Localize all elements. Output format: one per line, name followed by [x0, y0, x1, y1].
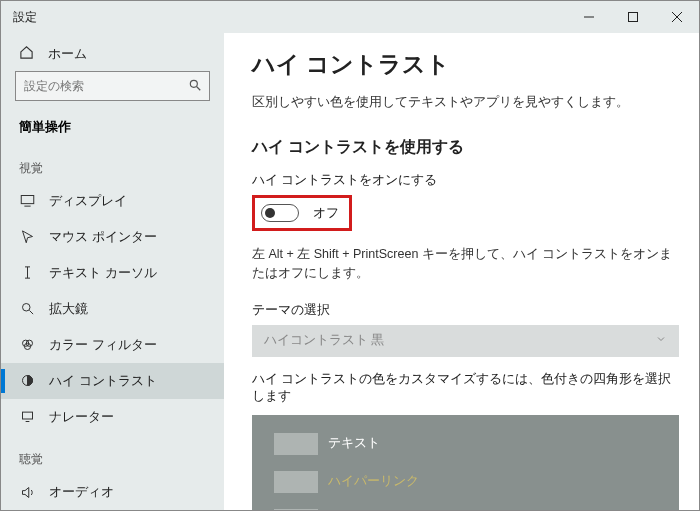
nav-mouse-pointer-label: マウス ポインター [49, 228, 157, 246]
nav-text-cursor-label: テキスト カーソル [49, 264, 157, 282]
preview-disabled-row[interactable]: 淡色表示のテキスト [274, 503, 657, 511]
use-heading: ハイ コントラストを使用する [252, 137, 679, 158]
close-button[interactable] [655, 1, 699, 33]
nav-narrator-label: ナレーター [49, 408, 114, 426]
svg-line-10 [29, 311, 33, 315]
nav-color-filters[interactable]: カラー フィルター [1, 327, 224, 363]
home-link[interactable]: ホーム [1, 37, 224, 71]
text-cursor-icon [19, 265, 35, 280]
group-hearing: 聴覚 [1, 435, 224, 474]
preview-text-row[interactable]: テキスト [274, 427, 657, 461]
toggle-state-text: オフ [313, 204, 339, 222]
display-icon [19, 193, 35, 208]
preview-hyperlink-row[interactable]: ハイパーリンク [274, 465, 657, 499]
nav-high-contrast-label: ハイ コントラスト [49, 372, 157, 390]
category-label: 簡単操作 [19, 118, 71, 136]
svg-point-9 [22, 304, 30, 312]
maximize-button[interactable] [611, 1, 655, 33]
hyperlink-swatch[interactable] [274, 471, 318, 493]
preview-text-label: テキスト [328, 435, 380, 452]
theme-select-label: テーマの選択 [252, 301, 679, 319]
nav-audio[interactable]: オーディオ [1, 474, 224, 510]
customize-hint: ハイ コントラストの色をカスタマイズするには、色付きの四角形を選択します [252, 371, 679, 405]
chevron-down-icon [655, 333, 667, 348]
sidebar: ホーム 簡単操作 視覚 ディスプレイ マウス ポインター テキスト カーソル 拡… [1, 33, 224, 510]
magnifier-icon [19, 301, 35, 316]
svg-rect-6 [21, 196, 34, 204]
search-icon [188, 78, 202, 96]
minimize-button[interactable] [567, 1, 611, 33]
nav-text-cursor[interactable]: テキスト カーソル [1, 255, 224, 291]
svg-line-5 [197, 87, 201, 91]
svg-rect-15 [22, 413, 32, 420]
search-box[interactable] [15, 71, 210, 101]
nav-magnifier-label: 拡大鏡 [49, 300, 88, 318]
color-preview-panel: テキスト ハイパーリンク 淡色表示のテキスト 選択されたテキスト [252, 415, 679, 511]
high-contrast-toggle[interactable] [261, 204, 299, 222]
group-vision: 視覚 [1, 144, 224, 183]
text-swatch[interactable] [274, 433, 318, 455]
category-header[interactable]: 簡単操作 [1, 111, 224, 143]
disabled-swatch[interactable] [274, 509, 318, 511]
theme-selected-value: ハイコントラスト 黒 [264, 332, 384, 349]
page-description: 区別しやすい色を使用してテキストやアプリを見やすくします。 [252, 94, 679, 111]
nav-display-label: ディスプレイ [49, 192, 127, 210]
nav-high-contrast[interactable]: ハイ コントラスト [1, 363, 224, 399]
toggle-label: ハイ コントラストをオンにする [252, 172, 679, 189]
narrator-icon [19, 409, 35, 424]
window-controls [567, 1, 699, 33]
nav-audio-label: オーディオ [49, 483, 114, 501]
svg-rect-1 [629, 13, 638, 22]
high-contrast-icon [19, 373, 35, 388]
content-area: ハイ コントラスト 区別しやすい色を使用してテキストやアプリを見やすくします。 … [224, 33, 699, 510]
audio-icon [19, 485, 35, 500]
color-filters-icon [19, 337, 35, 352]
annotation-highlight: オフ [252, 195, 352, 231]
shortcut-hint: 左 Alt + 左 Shift + PrintScreen キーを押して、ハイ … [252, 245, 679, 283]
nav-magnifier[interactable]: 拡大鏡 [1, 291, 224, 327]
nav-color-filters-label: カラー フィルター [49, 336, 157, 354]
nav-narrator[interactable]: ナレーター [1, 399, 224, 435]
page-title: ハイ コントラスト [252, 49, 679, 80]
titlebar: 設定 [1, 1, 699, 33]
mouse-pointer-icon [19, 229, 35, 244]
nav-display[interactable]: ディスプレイ [1, 183, 224, 219]
search-input[interactable] [15, 71, 210, 101]
home-icon [19, 45, 34, 63]
theme-select[interactable]: ハイコントラスト 黒 [252, 325, 679, 357]
nav-mouse-pointer[interactable]: マウス ポインター [1, 219, 224, 255]
home-label: ホーム [48, 45, 87, 63]
preview-hyperlink-label: ハイパーリンク [328, 473, 419, 490]
window-title: 設定 [1, 9, 37, 26]
svg-point-4 [190, 81, 197, 88]
